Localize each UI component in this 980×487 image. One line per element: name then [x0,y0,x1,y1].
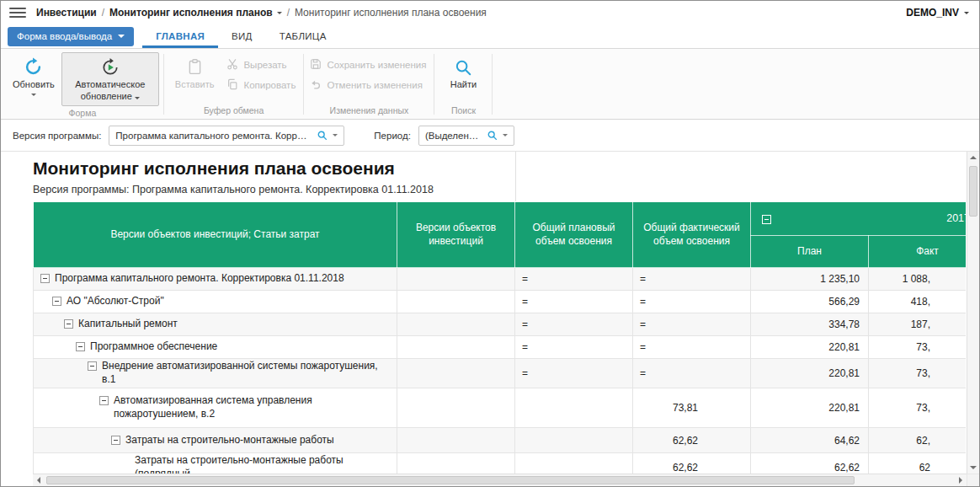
cell-plan-2017[interactable]: 64,62 [751,428,869,453]
tree-collapse-icon[interactable] [52,297,61,306]
tab-view[interactable]: ВИД [218,24,266,48]
cell-fact-total[interactable]: 62,62 [633,453,751,474]
undo-changes-button[interactable]: Отменить изменения [310,78,426,92]
col-header-object-versions[interactable]: Версии объектов инвестиций [397,202,515,268]
auto-refresh-button[interactable]: Автоматическое обновление [61,52,159,106]
vertical-scrollbar[interactable] [967,152,979,474]
cell-fact-total[interactable]: = [633,313,751,336]
tree-collapse-icon[interactable] [99,396,109,405]
cell-plan-2017[interactable]: 220,81 [751,336,869,359]
cell-plan-2017[interactable]: 220,81 [751,359,869,388]
cell-fact-2017[interactable]: 1 088, [869,268,967,291]
ribbon-separator [163,54,164,115]
copy-button[interactable]: Копировать [226,78,296,92]
cell-object-version[interactable] [397,453,515,474]
cell-object-version[interactable] [397,313,515,336]
col-header-plan-2017[interactable]: План [751,236,869,268]
cell-plan-total[interactable] [515,428,633,453]
program-version-select[interactable]: Программа капитального ремонта. Корректи… [109,126,344,146]
breadcrumb-separator: / [287,7,290,19]
vertical-scrollbar-track[interactable] [967,163,979,462]
menu-button[interactable] [9,6,26,19]
cell-plan-total[interactable] [515,388,633,428]
scroll-down-arrow[interactable] [967,462,979,474]
scroll-left-arrow[interactable] [33,474,45,486]
cell-fact-2017[interactable]: 62, [869,428,967,453]
copy-icon [226,78,238,92]
row-name-cell[interactable]: Затраты на строительно-монтажные работы … [34,453,397,474]
col-header-fact-total[interactable]: Общий фактический объем освоения [633,202,751,268]
cell-fact-total[interactable]: 73,81 [633,388,751,428]
cell-plan-2017[interactable]: 566,29 [751,291,869,313]
cell-fact-total[interactable]: = [633,359,751,388]
cell-plan-total[interactable]: = [515,268,633,291]
cell-plan-total[interactable]: = [515,336,633,359]
col-header-plan-total[interactable]: Общий плановый объем освоения [515,202,633,268]
refresh-button[interactable]: Обновить [6,52,61,99]
cell-fact-2017[interactable]: 418, [869,291,967,313]
row-name-cell[interactable]: Автоматизированная система управления по… [34,388,397,428]
cell-plan-2017[interactable]: 1 235,10 [751,268,869,291]
cell-fact-total[interactable]: = [633,268,751,291]
cell-plan-total[interactable]: = [515,313,633,336]
refresh-label: Обновить [13,79,55,91]
col-header-year-2017[interactable]: 2017 [751,202,967,236]
tree-collapse-icon[interactable] [76,342,85,351]
cell-object-version[interactable] [397,268,515,291]
breadcrumb-current-page[interactable]: Мониторинг исполнения плана освоения [295,7,487,19]
cell-plan-2017[interactable]: 62,62 [751,453,869,474]
breadcrumb-investments[interactable]: Инвестиции [36,7,97,19]
tab-table[interactable]: ТАБЛИЦА [266,24,340,48]
breadcrumb-monitoring-plans[interactable]: Мониторинг исполнения планов [109,7,282,19]
row-name-cell[interactable]: Программа капитального ремонта. Корректи… [34,268,397,291]
tree-collapse-icon[interactable] [40,274,50,283]
cell-fact-2017[interactable]: 187, [869,313,967,336]
row-name-cell[interactable]: Капитальный ремонт [34,313,397,336]
vertical-scrollbar-thumb[interactable] [969,166,977,217]
tree-collapse-icon[interactable] [88,361,97,371]
row-name-cell[interactable]: Внедрение автоматизированной системы пож… [34,359,397,388]
cell-fact-total[interactable]: 62,62 [633,428,751,453]
save-changes-button[interactable]: Сохранить изменения [310,58,426,72]
cell-object-version[interactable] [397,291,515,313]
row-name-cell[interactable]: Программное обеспечение [34,336,397,359]
period-select[interactable]: (Выделено ... [418,126,514,146]
cell-plan-total[interactable] [515,453,633,474]
cell-object-version[interactable] [397,428,515,453]
cell-fact-2017[interactable]: 62 [869,453,967,474]
cell-fact-2017[interactable]: 73, [869,359,967,388]
cell-plan-total[interactable]: = [515,291,633,313]
find-button[interactable]: Найти [439,52,487,94]
col-header-rows-dimension[interactable]: Версии объектов инвестиций; Статьи затра… [34,202,397,268]
paste-button[interactable]: Вставить [168,52,221,94]
horizontal-scrollbar[interactable] [33,474,967,486]
tree-collapse-icon[interactable] [111,436,120,445]
scroll-up-arrow[interactable] [967,152,979,163]
cell-object-version[interactable] [397,359,515,388]
user-menu[interactable]: DEMO_INV [906,7,969,19]
cell-plan-total[interactable]: = [515,359,633,388]
cell-object-version[interactable] [397,388,515,428]
form-io-button[interactable]: Форма ввода/вывода [8,27,134,46]
cell-plan-2017[interactable]: 220,81 [751,388,869,428]
cell-fact-total[interactable]: = [633,336,751,359]
row-name-cell[interactable]: Затраты на строительно-монтажные работы [34,428,397,453]
ribbon-group-clipboard: Вставить Вырезать [168,50,300,119]
cell-fact-2017[interactable]: 73, [869,388,967,428]
cell-plan-2017[interactable]: 334,78 [751,313,869,336]
tree-collapse-icon[interactable] [762,215,771,224]
report-table-container: Версии объектов инвестиций; Статьи затра… [33,201,966,474]
col-header-fact-2017[interactable]: Факт [869,236,967,268]
tree-collapse-icon[interactable] [64,319,73,329]
tab-main[interactable]: ГЛАВНАЯ [142,24,218,48]
cut-button[interactable]: Вырезать [226,58,296,72]
cell-fact-2017[interactable]: 73, [869,336,967,359]
cell-fact-total[interactable]: = [633,291,751,313]
scroll-right-arrow[interactable] [955,474,967,486]
row-name-cell[interactable]: АО "Абсолют-Строй" [34,291,397,313]
horizontal-scrollbar-track[interactable] [45,474,955,486]
horizontal-scrollbar-thumb[interactable] [46,476,855,484]
filter-bar: Версия программы: Программа капитального… [1,120,979,152]
auto-refresh-icon [101,56,120,78]
cell-object-version[interactable] [397,336,515,359]
